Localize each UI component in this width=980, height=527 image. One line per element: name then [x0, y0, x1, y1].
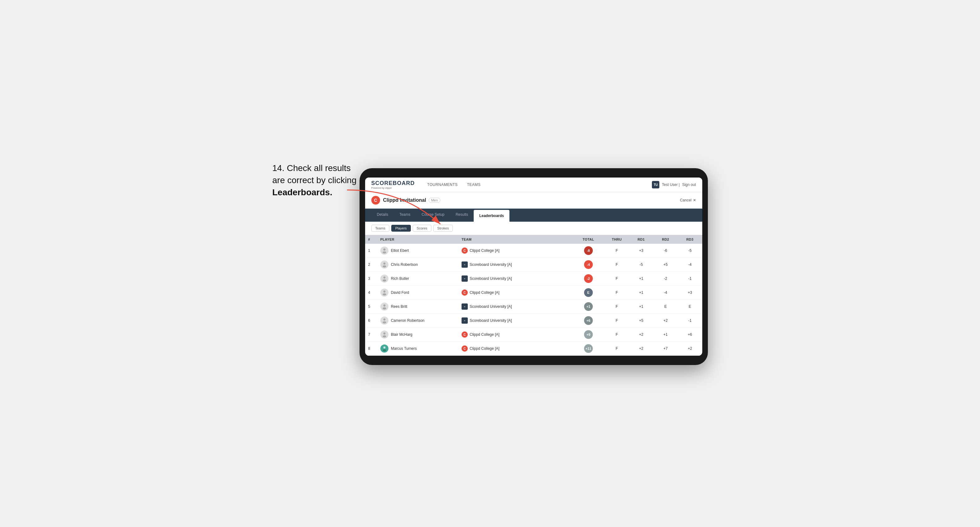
nav-teams[interactable]: TEAMS: [467, 181, 480, 188]
score-badge: +6: [584, 316, 593, 325]
svg-point-9: [383, 305, 385, 306]
row-player: Rich Butler: [377, 272, 458, 286]
row-thru: F: [605, 286, 629, 300]
player-avatar: [380, 316, 388, 325]
score-badge: +1: [584, 302, 593, 311]
row-rd1: +1: [629, 300, 653, 314]
svg-point-12: [383, 322, 386, 324]
row-player: Rees Britt: [377, 300, 458, 314]
player-name: Marcus Turners: [391, 346, 417, 351]
row-total: +1: [572, 300, 605, 314]
player-name: Rich Butler: [391, 276, 409, 281]
nav-tournaments[interactable]: TOURNAMENTS: [427, 181, 458, 188]
close-icon: ✕: [693, 198, 696, 202]
player-avatar: [380, 289, 388, 297]
svg-point-8: [383, 294, 386, 296]
col-header-total: TOTAL: [572, 235, 605, 244]
row-rd1: -5: [629, 258, 653, 272]
row-num: 1: [365, 244, 377, 258]
svg-point-16: [383, 349, 386, 352]
row-total: +11: [572, 342, 605, 356]
row-rd3: -1: [678, 272, 702, 286]
svg-point-5: [383, 276, 385, 279]
row-team: ≡Scoreboard University [A]: [458, 300, 572, 314]
row-num: 2: [365, 258, 377, 272]
tab-results[interactable]: Results: [450, 209, 474, 222]
row-thru: F: [605, 300, 629, 314]
team-name: Clippd College [A]: [469, 290, 500, 295]
team-name: Scoreboard University [A]: [469, 262, 512, 267]
row-thru: F: [605, 258, 629, 272]
team-name: Scoreboard University [A]: [469, 318, 512, 323]
row-thru: F: [605, 272, 629, 286]
table-row: 2Chris Robertson≡Scoreboard University […: [365, 258, 702, 272]
score-badge: E: [584, 288, 593, 297]
col-header-rd1: RD1: [629, 235, 653, 244]
team-icon: C: [461, 248, 468, 254]
tab-leaderboards[interactable]: Leaderboards: [474, 210, 509, 222]
row-team: CClippd College [A]: [458, 342, 572, 356]
user-avatar: TU: [652, 181, 659, 189]
score-badge: +11: [584, 344, 593, 353]
row-player: Cameron Robertson: [377, 314, 458, 328]
row-rd1: +3: [629, 244, 653, 258]
score-badge: +9: [584, 330, 593, 339]
user-name: Test User |: [662, 183, 679, 187]
table-row: 7Blair McHargCClippd College [A]+9F+2+1+…: [365, 328, 702, 342]
tab-course-setup[interactable]: Course Setup: [416, 209, 450, 222]
svg-point-1: [383, 248, 385, 251]
team-icon: ≡: [461, 303, 468, 310]
player-avatar: [380, 344, 388, 352]
row-num: 5: [365, 300, 377, 314]
col-header-player: PLAYER: [377, 235, 458, 244]
row-team: CClippd College [A]: [458, 286, 572, 300]
player-name: David Ford: [391, 290, 409, 295]
tablet-screen: SCOREBOARD Powered by clippd TOURNAMENTS…: [365, 178, 702, 356]
tournament-header: C Clippd Invitational Men Cancel ✕: [365, 192, 702, 209]
player-name: Cameron Robertson: [391, 318, 425, 323]
row-rd3: -5: [678, 244, 702, 258]
svg-point-15: [383, 346, 385, 349]
row-player: David Ford: [377, 286, 458, 300]
row-rd1: +1: [629, 286, 653, 300]
row-player: Elliot Ebert: [377, 244, 458, 258]
app-logo-sub: Powered by clippd: [371, 187, 415, 189]
row-team: ≡Scoreboard University [A]: [458, 258, 572, 272]
filter-strokes[interactable]: Strokes: [433, 225, 453, 232]
team-name: Scoreboard University [A]: [469, 305, 512, 309]
filter-bar: Teams Players Scores Strokes: [365, 222, 702, 235]
tab-details[interactable]: Details: [371, 209, 394, 222]
player-avatar: [380, 260, 388, 268]
row-rd2: +1: [654, 328, 678, 342]
leaderboard-table: # PLAYER TEAM TOTAL THRU RD1 RD2 RD3 1El…: [365, 235, 702, 356]
row-total: +6: [572, 314, 605, 328]
row-rd2: -6: [654, 244, 678, 258]
cancel-button[interactable]: Cancel ✕: [680, 198, 696, 202]
player-name: Blair McHarg: [391, 332, 412, 337]
row-rd3: +6: [678, 328, 702, 342]
table-row: 8Marcus TurnersCClippd College [A]+11F+2…: [365, 342, 702, 356]
svg-point-6: [383, 279, 386, 282]
row-team: CClippd College [A]: [458, 328, 572, 342]
team-name: Clippd College [A]: [469, 346, 500, 351]
score-badge: -4: [584, 260, 593, 269]
filter-players[interactable]: Players: [391, 225, 411, 232]
table-row: 3Rich Butler≡Scoreboard University [A]-2…: [365, 272, 702, 286]
row-rd2: -2: [654, 272, 678, 286]
filter-scores[interactable]: Scores: [413, 225, 431, 232]
filter-teams[interactable]: Teams: [371, 225, 390, 232]
svg-point-10: [383, 308, 386, 310]
row-player: Marcus Turners: [377, 342, 458, 356]
col-header-rd2: RD2: [654, 235, 678, 244]
row-team: ≡Scoreboard University [A]: [458, 314, 572, 328]
row-rd2: E: [654, 300, 678, 314]
page-container: 14. Check all results are correct by cli…: [272, 162, 708, 365]
row-thru: F: [605, 244, 629, 258]
team-icon: ≡: [461, 275, 468, 282]
tab-teams[interactable]: Teams: [394, 209, 416, 222]
sign-out-link[interactable]: Sign out: [682, 183, 696, 187]
app-navbar: SCOREBOARD Powered by clippd TOURNAMENTS…: [365, 178, 702, 192]
logo-area: SCOREBOARD Powered by clippd: [371, 180, 415, 189]
tournament-icon: C: [371, 196, 380, 205]
row-rd1: +5: [629, 314, 653, 328]
